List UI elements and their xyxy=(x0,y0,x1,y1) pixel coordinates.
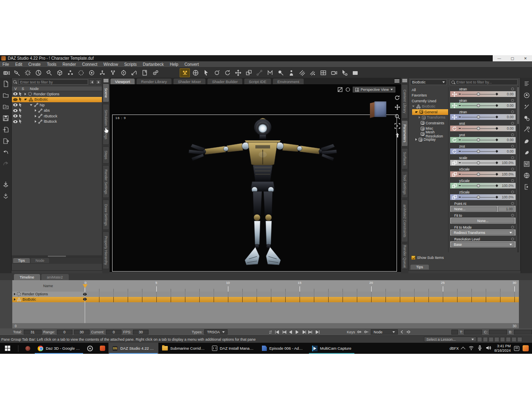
group-currently-used[interactable]: Currently Used xyxy=(409,98,448,104)
lesson-page-button[interactable] xyxy=(483,337,488,342)
scene-filter-input[interactable] xyxy=(18,79,88,85)
tool-universal[interactable] xyxy=(190,68,201,77)
parameters-filter-input[interactable] xyxy=(456,80,516,84)
slider-ztran[interactable]: ztran 0.00 xyxy=(450,109,516,120)
wifi-icon[interactable] xyxy=(469,345,474,351)
taskbar-submarine-folder[interactable]: Submarine Corrido... xyxy=(158,343,208,354)
microphone-icon[interactable] xyxy=(477,345,482,351)
tool-translate[interactable] xyxy=(233,68,243,77)
view-cube-gizmo[interactable] xyxy=(369,99,389,120)
tree-row-render-options[interactable]: Render Options xyxy=(12,91,102,97)
create-primitive-icon[interactable] xyxy=(54,68,65,77)
recording-app-icon[interactable] xyxy=(22,343,34,354)
export-icon[interactable] xyxy=(0,136,11,146)
select-lesson-dropdown[interactable]: Select a Lesson... xyxy=(424,337,476,342)
slider-value[interactable]: 100.0% xyxy=(500,172,514,176)
tool-camera[interactable] xyxy=(329,68,339,77)
filter-next-button[interactable] xyxy=(96,79,101,85)
add-key-icon[interactable] xyxy=(357,329,362,335)
point-at-value[interactable]: 1.00 xyxy=(498,207,514,211)
tab-parameters[interactable]: Parameters xyxy=(401,120,408,146)
tab-viewport[interactable]: Viewport xyxy=(110,79,135,84)
pane-menu-icon[interactable] xyxy=(104,79,108,83)
previous-key-button[interactable] xyxy=(282,330,286,335)
tree-mesh-resolution[interactable]: Mesh Resolution xyxy=(418,131,448,137)
camera-selector-dropdown[interactable]: Perspective View xyxy=(353,87,395,92)
lesson-page-button[interactable] xyxy=(517,337,522,342)
slider-xtran[interactable]: xtran 0.00 xyxy=(450,86,516,97)
slider-track[interactable] xyxy=(458,91,498,97)
menu-edit[interactable]: Edit xyxy=(15,62,22,67)
lesson-page-button[interactable] xyxy=(494,337,499,342)
expander-icon[interactable] xyxy=(30,104,32,106)
types-dropdown[interactable]: TRSOA xyxy=(204,329,228,335)
taskbar-clock[interactable]: 3:41 PM 8/16/2024 xyxy=(494,344,511,353)
tab-timeline[interactable]: Timeline xyxy=(14,274,40,280)
key-scope-dropdown[interactable]: Node xyxy=(371,329,398,335)
lock-icon[interactable] xyxy=(511,110,514,113)
posing-arm-icon[interactable] xyxy=(521,136,532,146)
tree-constraints[interactable]: Constraints xyxy=(418,120,448,126)
tab-tool-settings[interactable]: Tool Settings xyxy=(401,171,408,198)
tool-polygon-group-editor[interactable] xyxy=(307,68,318,77)
menu-file[interactable]: File xyxy=(2,62,9,67)
setup-wrench-icon[interactable] xyxy=(521,124,532,135)
tab-property-hierarchy[interactable]: Property Hierarchy xyxy=(103,231,109,269)
key-forward-icon[interactable] xyxy=(406,329,412,335)
tool-node-selection[interactable] xyxy=(180,68,190,77)
expander-icon[interactable] xyxy=(35,120,36,123)
lock-icon[interactable] xyxy=(511,191,514,193)
fit-to-none-button[interactable]: None... xyxy=(451,218,514,223)
slider-mixer-icon[interactable] xyxy=(521,159,532,169)
menu-convert[interactable]: Convert xyxy=(185,62,199,67)
slider-value[interactable]: 100.0% xyxy=(500,195,514,199)
tool-pointer-options[interactable] xyxy=(339,68,349,77)
drop-to-floor-icon[interactable] xyxy=(0,179,11,190)
slider-ytran[interactable]: ytran 0.00 xyxy=(450,98,516,109)
slider-track[interactable] xyxy=(458,114,498,120)
tab-environment[interactable]: Environment xyxy=(273,79,304,84)
lock-icon[interactable] xyxy=(511,122,514,125)
option-box[interactable] xyxy=(451,330,458,335)
range-start-field[interactable]: 0 xyxy=(57,330,72,335)
slider-xscale[interactable]: xScale 100.0% xyxy=(450,166,516,178)
slider-track[interactable] xyxy=(458,171,498,177)
tab-node[interactable]: Node xyxy=(31,258,50,263)
scene-horizontal-scrollbar[interactable] xyxy=(12,255,102,257)
lesson-page-button[interactable] xyxy=(512,337,516,342)
lock-icon[interactable] xyxy=(511,133,514,136)
slider-track[interactable] xyxy=(458,103,498,108)
slider-value[interactable]: 100.0% xyxy=(500,184,514,188)
menu-connect[interactable]: Connect xyxy=(82,62,97,67)
selectable-cursor-icon[interactable] xyxy=(19,119,23,124)
create-node-instance-icon[interactable] xyxy=(97,68,107,77)
new-file-icon[interactable] xyxy=(0,79,11,89)
loop-button[interactable] xyxy=(268,330,273,335)
tree-biobotic[interactable]: BioBotic xyxy=(409,104,448,110)
lesson-page-button[interactable] xyxy=(506,337,511,342)
render-snapshot-icon[interactable] xyxy=(350,68,360,77)
step-back-button[interactable] xyxy=(288,330,293,335)
slider-track[interactable] xyxy=(458,183,498,189)
fps-field[interactable]: 30 xyxy=(133,330,149,335)
b-field[interactable] xyxy=(514,330,532,335)
checkbox-checked-icon[interactable] xyxy=(411,256,415,260)
t-field[interactable] xyxy=(464,330,482,335)
pane-menu-icon[interactable] xyxy=(394,79,399,83)
slider-track[interactable] xyxy=(458,160,498,166)
preferences-gears-icon[interactable] xyxy=(150,68,160,77)
keyframe-track[interactable] xyxy=(84,292,519,297)
import-icon[interactable] xyxy=(0,124,11,135)
slider-track[interactable] xyxy=(458,137,498,143)
tab-tips[interactable]: Tips xyxy=(410,265,429,270)
pane-list-icon[interactable] xyxy=(521,79,532,89)
tool-rotate[interactable] xyxy=(222,68,232,77)
timeline-ruler[interactable]: 0 5 10 15 20 25 30 xyxy=(84,280,519,292)
lock-icon[interactable] xyxy=(511,238,514,240)
tab-animate2-constraints[interactable]: aniMate2 Constraints xyxy=(401,200,408,242)
skip-to-start-button[interactable] xyxy=(275,330,280,335)
create-point-light-icon[interactable] xyxy=(23,68,33,77)
viewport-canvas[interactable]: 16 : 9 Perspective View xyxy=(110,84,401,272)
filter-prev-button[interactable] xyxy=(89,79,95,85)
visibility-eye-icon[interactable] xyxy=(13,120,18,123)
